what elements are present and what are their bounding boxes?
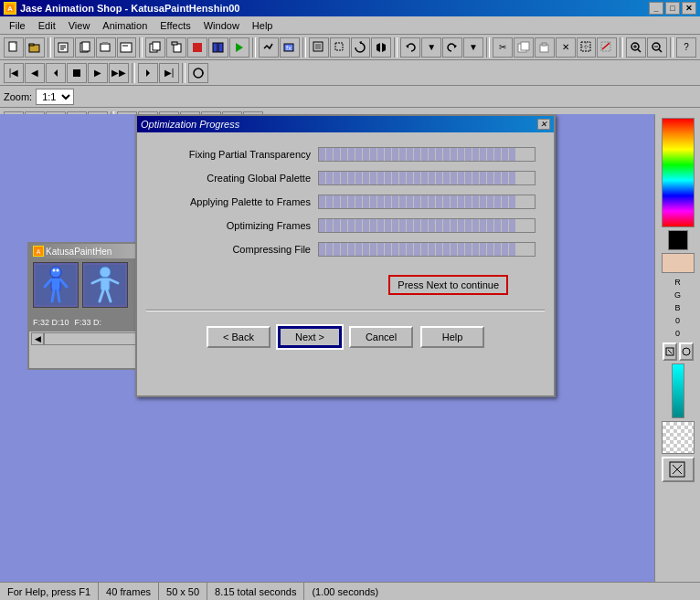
anim-play[interactable]: ▶: [88, 63, 108, 83]
menu-animation[interactable]: Animation: [97, 18, 153, 33]
tb-btn-deselect[interactable]: [597, 37, 617, 58]
tb-btn-delete[interactable]: ✕: [556, 37, 576, 58]
progress-fill-2: [319, 172, 516, 184]
undo-dropdown[interactable]: ▼: [421, 37, 441, 58]
tb-btn-10[interactable]: [208, 37, 228, 58]
dialog-close-button[interactable]: ✕: [537, 119, 550, 130]
svg-rect-14: [121, 43, 132, 52]
svg-line-87: [668, 350, 672, 353]
panel-btn-1[interactable]: [663, 342, 677, 361]
toolbar-separator-1: [48, 37, 51, 58]
frame-next[interactable]: ▶|: [159, 63, 179, 83]
frame-prev-small[interactable]: [46, 63, 66, 83]
svg-rect-11: [82, 42, 90, 51]
frame-first[interactable]: |◀: [4, 63, 24, 83]
current-color[interactable]: [662, 253, 695, 273]
tb-btn-13[interactable]: fx: [280, 37, 300, 58]
menu-window[interactable]: Window: [198, 18, 245, 33]
progress-fill-4: [319, 219, 516, 232]
close-button[interactable]: ✕: [682, 2, 696, 15]
dialog-separator: [146, 310, 545, 311]
svg-rect-17: [153, 42, 160, 50]
dialog-title-text: Optimization Progress: [141, 119, 239, 130]
menu-help[interactable]: Help: [247, 18, 279, 33]
tb-btn-6[interactable]: [117, 37, 137, 58]
back-button[interactable]: < Back: [207, 326, 270, 348]
minimize-button[interactable]: _: [649, 2, 663, 15]
toolbar-separator-6: [486, 37, 490, 58]
menu-effects[interactable]: Effects: [154, 18, 196, 33]
svg-marker-30: [382, 43, 386, 52]
status-help: For Help, press F1: [0, 583, 99, 600]
tb-btn-5[interactable]: [96, 37, 116, 58]
menu-view[interactable]: View: [63, 18, 96, 33]
tb-btn-zoom[interactable]: [626, 37, 646, 58]
svg-marker-32: [454, 45, 457, 48]
panel-btn-2[interactable]: [679, 342, 694, 361]
dialog-button-row: < Back Next > Cancel Help: [137, 319, 554, 355]
main-area: A KatusaPaintHen _ □ ✕: [0, 114, 700, 582]
tb-undo[interactable]: [400, 37, 420, 58]
tb-btn-copy2[interactable]: [514, 37, 534, 58]
tb-btn-3[interactable]: [54, 37, 74, 58]
status-bar: For Help, press F1 40 frames 50 x 50 8.1…: [0, 582, 700, 600]
tb-btn-flip[interactable]: [371, 37, 391, 58]
tb-btn-select-all[interactable]: [577, 37, 597, 58]
tb-btn-zoomout[interactable]: [647, 37, 667, 58]
maximize-button[interactable]: □: [665, 2, 680, 15]
toolbar-separator-4: [302, 37, 306, 58]
svg-line-75: [52, 290, 54, 301]
tb-btn-9[interactable]: [187, 37, 207, 58]
svg-rect-20: [213, 43, 217, 52]
title-text: Jase Animation Shop - KatusaPaintHenshin…: [20, 3, 239, 14]
tb-redo[interactable]: [442, 37, 462, 58]
tb-btn-crop[interactable]: [330, 37, 350, 58]
tb-btn-11[interactable]: [229, 37, 249, 58]
tb-btn-cut[interactable]: ✂: [493, 37, 513, 58]
menu-bar: File Edit View Animation Effects Window …: [0, 16, 700, 35]
frame-1-label: F:32 D:10: [33, 318, 69, 327]
anim-sep-2: [182, 63, 186, 83]
frame-next-small[interactable]: [138, 63, 158, 83]
tb-btn-4[interactable]: [75, 37, 95, 58]
scroll-left[interactable]: ◀: [31, 332, 44, 345]
tb-btn-rotate[interactable]: [351, 37, 371, 58]
title-controls[interactable]: _ □ ✕: [649, 2, 696, 15]
help-button[interactable]: Help: [420, 326, 484, 348]
menu-edit[interactable]: Edit: [33, 18, 61, 33]
svg-rect-27: [335, 43, 343, 50]
open-button[interactable]: [25, 37, 45, 58]
svg-line-47: [659, 49, 662, 52]
press-next-message: Press Next to continue: [388, 275, 508, 295]
progress-label-3: Applying Palette to Frames: [155, 196, 311, 207]
new-button[interactable]: [4, 37, 24, 58]
copy-button[interactable]: [145, 37, 165, 58]
redo-dropdown[interactable]: ▼: [463, 37, 483, 58]
paste-button[interactable]: [166, 37, 186, 58]
color-gradient[interactable]: [662, 118, 695, 227]
cyan-gradient: [672, 363, 684, 418]
next-button[interactable]: Next >: [278, 326, 342, 348]
status-frames-text: 40 frames: [106, 586, 151, 597]
anim-loop[interactable]: [188, 63, 208, 83]
pattern-icon-btn[interactable]: [662, 457, 695, 482]
frame-prev[interactable]: ◀: [25, 63, 45, 83]
tb-btn-paste2[interactable]: [535, 37, 555, 58]
svg-rect-36: [542, 43, 546, 46]
anim-play-all[interactable]: ▶▶: [109, 63, 129, 83]
progress-bar-5: [318, 242, 536, 257]
toolbar-separator-5: [394, 37, 398, 58]
progress-fill-3: [319, 195, 516, 208]
progress-bar-4: [318, 218, 536, 233]
tb-btn-12[interactable]: [259, 37, 279, 58]
tb-help[interactable]: ?: [676, 37, 696, 58]
color-black[interactable]: [668, 230, 688, 250]
animation-toolbar: |◀ ◀ ▶ ▶▶ ▶|: [0, 60, 700, 86]
anim-stop[interactable]: [67, 63, 87, 83]
cancel-button[interactable]: Cancel: [349, 326, 413, 348]
tb-btn-resize[interactable]: [309, 37, 329, 58]
checker-pattern: [662, 421, 695, 454]
menu-file[interactable]: File: [4, 18, 31, 33]
status-time-text: 8.15 total seconds: [215, 586, 296, 597]
zoom-select[interactable]: 1:1 1:2 2:1 4:1: [36, 89, 74, 105]
